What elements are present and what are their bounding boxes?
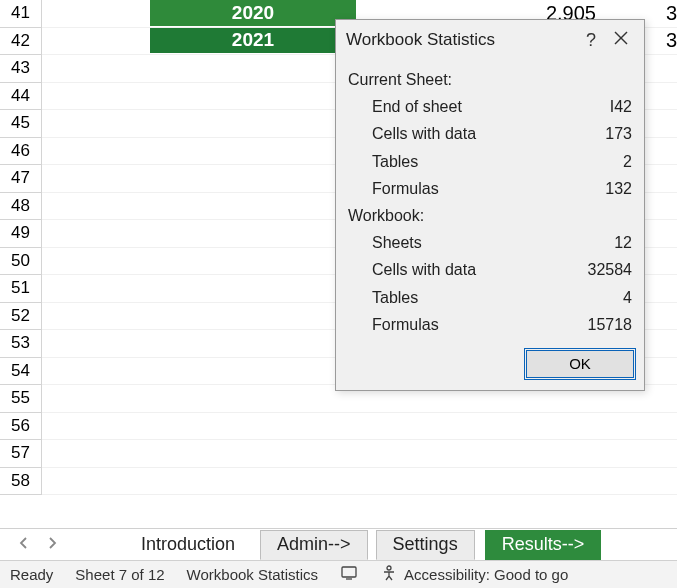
status-accessibility-label: Accessibility: Good to go <box>404 566 568 583</box>
svg-rect-2 <box>342 567 356 577</box>
close-button[interactable] <box>606 25 636 55</box>
dialog-title: Workbook Statistics <box>346 30 576 50</box>
stat-value: 12 <box>562 229 632 256</box>
row-header[interactable]: 53 <box>0 330 42 358</box>
stat-value: 15718 <box>562 311 632 338</box>
svg-point-4 <box>387 566 391 570</box>
tab-introduction[interactable]: Introduction <box>124 530 252 560</box>
stat-formulas-wb: Formulas 15718 <box>348 311 632 338</box>
row-header[interactable]: 57 <box>0 440 42 468</box>
row-header[interactable]: 50 <box>0 248 42 276</box>
cell-year-2021[interactable]: 2021 <box>150 28 356 55</box>
stat-value: 132 <box>562 175 632 202</box>
stat-value: 32584 <box>562 256 632 283</box>
row-header[interactable]: 55 <box>0 385 42 413</box>
cell-edge[interactable]: 3 <box>657 0 677 27</box>
row-header[interactable]: 43 <box>0 55 42 83</box>
stat-cells-with-data-sheet: Cells with data 173 <box>348 120 632 147</box>
dialog-body: Current Sheet: End of sheet I42 Cells wi… <box>336 60 644 342</box>
tab-admin[interactable]: Admin--> <box>260 530 368 560</box>
tab-results[interactable]: Results--> <box>485 530 602 560</box>
cell-year-2020[interactable]: 2020 <box>150 0 356 27</box>
dialog-buttons: OK <box>336 342 644 390</box>
chevron-left-icon <box>19 536 29 554</box>
row-cells[interactable] <box>42 468 677 496</box>
row-header[interactable]: 45 <box>0 110 42 138</box>
display-settings-button[interactable] <box>340 564 358 585</box>
row-header[interactable]: 41 <box>0 0 42 28</box>
stat-value: 4 <box>562 284 632 311</box>
workbook-label: Workbook: <box>348 202 632 229</box>
stat-tables-sheet: Tables 2 <box>348 148 632 175</box>
row-header[interactable]: 52 <box>0 303 42 331</box>
stat-label: Cells with data <box>372 256 562 283</box>
stat-sheets: Sheets 12 <box>348 229 632 256</box>
status-accessibility[interactable]: Accessibility: Good to go <box>380 564 568 585</box>
cell-edge[interactable]: 3 <box>657 28 677 55</box>
chevron-right-icon <box>47 536 57 554</box>
row-header[interactable]: 49 <box>0 220 42 248</box>
row-cells[interactable] <box>42 440 677 468</box>
stat-label: Formulas <box>372 311 562 338</box>
workbook-statistics-dialog: Workbook Statistics ? Current Sheet: End… <box>335 19 645 391</box>
tab-nav-next[interactable] <box>38 531 66 559</box>
stat-label: Sheets <box>372 229 562 256</box>
current-sheet-label: Current Sheet: <box>348 66 632 93</box>
dialog-titlebar[interactable]: Workbook Statistics ? <box>336 20 644 60</box>
row-header[interactable]: 58 <box>0 468 42 496</box>
stat-value: 2 <box>562 148 632 175</box>
row-header[interactable]: 56 <box>0 413 42 441</box>
row-header[interactable]: 42 <box>0 28 42 56</box>
stat-tables-wb: Tables 4 <box>348 284 632 311</box>
status-workbook-statistics[interactable]: Workbook Statistics <box>187 566 318 583</box>
stat-label: Tables <box>372 284 562 311</box>
stat-value: 173 <box>562 120 632 147</box>
row-header[interactable]: 44 <box>0 83 42 111</box>
stat-value: I42 <box>562 93 632 120</box>
stat-formulas-sheet: Formulas 132 <box>348 175 632 202</box>
row-header[interactable]: 48 <box>0 193 42 221</box>
help-button[interactable]: ? <box>576 25 606 55</box>
close-icon <box>614 31 628 49</box>
stat-end-of-sheet: End of sheet I42 <box>348 93 632 120</box>
row-header[interactable]: 51 <box>0 275 42 303</box>
status-bar: Ready Sheet 7 of 12 Workbook Statistics … <box>0 560 677 588</box>
accessibility-icon <box>380 564 398 585</box>
row-header[interactable]: 46 <box>0 138 42 166</box>
tab-settings[interactable]: Settings <box>376 530 475 560</box>
row-header[interactable]: 47 <box>0 165 42 193</box>
display-settings-icon <box>340 568 358 585</box>
status-sheet-count: Sheet 7 of 12 <box>75 566 164 583</box>
ok-button[interactable]: OK <box>526 350 634 378</box>
stat-label: Cells with data <box>372 120 562 147</box>
tab-nav-prev[interactable] <box>10 531 38 559</box>
status-ready: Ready <box>10 566 53 583</box>
stat-cells-with-data-wb: Cells with data 32584 <box>348 256 632 283</box>
sheet-tabs-bar: Introduction Admin--> Settings Results--… <box>0 528 677 560</box>
stat-label: End of sheet <box>372 93 562 120</box>
stat-label: Formulas <box>372 175 562 202</box>
stat-label: Tables <box>372 148 562 175</box>
row-header[interactable]: 54 <box>0 358 42 386</box>
row-cells[interactable] <box>42 413 677 441</box>
